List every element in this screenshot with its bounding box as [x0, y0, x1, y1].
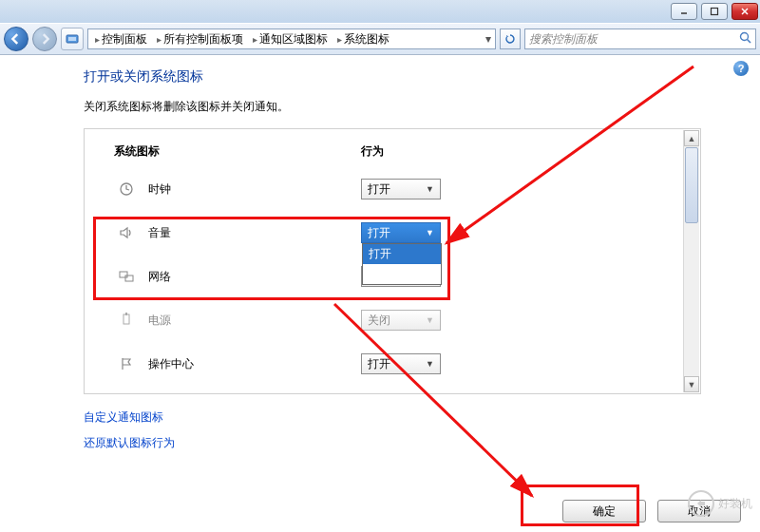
volume-icon — [118, 224, 135, 241]
scroll-down-button[interactable]: ▼ — [684, 376, 699, 392]
content-area: ? 打开或关闭系统图标 关闭系统图标将删除该图标并关闭通知。 系统图标 行为 时… — [0, 55, 760, 532]
network-icon — [118, 268, 135, 285]
dialog-footer: 确定 取消 — [562, 500, 741, 522]
breadcrumb-item[interactable]: ▸系统图标 — [334, 31, 392, 48]
close-button[interactable] — [732, 3, 758, 20]
navigation-bar: ▸控制面板 ▸所有控制面板项 ▸通知区域图标 ▸系统图标 ▾ 搜索控制面板 — [0, 23, 760, 55]
breadcrumb-label: 通知区域图标 — [259, 31, 328, 48]
chevron-down-icon: ▼ — [426, 359, 434, 369]
breadcrumb-label: 系统图标 — [344, 31, 390, 48]
svg-rect-5 — [68, 37, 76, 41]
scroll-up-button[interactable]: ▲ — [684, 130, 699, 146]
dropdown-option-close[interactable]: 关闭 — [363, 264, 441, 284]
refresh-button[interactable] — [500, 28, 521, 49]
clock-icon — [118, 180, 135, 198]
dropdown-option-open[interactable]: 打开 — [363, 244, 441, 264]
page-title: 打开或关闭系统图标 — [84, 68, 701, 86]
table-row: 电源 关闭▼ — [114, 298, 683, 342]
scrollbar[interactable]: ▲ ▼ — [683, 130, 699, 392]
power-icon — [118, 312, 135, 329]
svg-point-6 — [741, 33, 749, 41]
page-description: 关闭系统图标将删除该图标并关闭通知。 — [84, 99, 701, 115]
flag-icon — [118, 355, 135, 372]
row-label: 时钟 — [148, 181, 171, 198]
chevron-down-icon: ▼ — [426, 184, 434, 194]
behavior-combo-clock[interactable]: 打开▼ — [361, 179, 441, 200]
links-area: 自定义通知图标 还原默认图标行为 — [84, 409, 701, 451]
chevron-down-icon: ▼ — [426, 315, 434, 325]
search-input[interactable]: 搜索控制面板 — [524, 28, 756, 49]
breadcrumb-item[interactable]: ▸控制面板 — [92, 31, 150, 48]
minimize-button[interactable] — [671, 3, 697, 20]
breadcrumb-label: 控制面板 — [102, 31, 147, 48]
svg-rect-11 — [124, 314, 129, 324]
back-button[interactable] — [4, 27, 28, 51]
breadcrumb-item[interactable]: ▸通知区域图标 — [250, 31, 331, 48]
col-behavior: 行为 — [361, 143, 384, 160]
svg-rect-10 — [125, 276, 133, 281]
table-row: 操作中心 打开▼ — [114, 342, 683, 386]
icons-panel: 系统图标 行为 时钟 打开▼ 音量 打开▼ — [84, 128, 701, 394]
svg-rect-1 — [712, 9, 718, 15]
table-header: 系统图标 行为 — [114, 143, 683, 167]
scroll-thumb[interactable] — [685, 147, 698, 223]
window-titlebar — [0, 0, 760, 23]
behavior-combo-action-center[interactable]: 打开▼ — [361, 353, 441, 374]
cancel-button[interactable]: 取消 — [657, 500, 741, 522]
table-row: 音量 打开▼ 打开 关闭 — [114, 211, 683, 255]
search-icon — [739, 31, 751, 47]
maximize-button[interactable] — [701, 3, 728, 20]
chevron-down-icon: ▼ — [426, 228, 434, 238]
behavior-combo-power: 关闭▼ — [361, 310, 441, 331]
search-placeholder: 搜索控制面板 — [529, 31, 598, 48]
svg-line-7 — [748, 40, 751, 44]
help-icon[interactable]: ? — [733, 61, 749, 76]
breadcrumb-item[interactable]: ▸所有控制面板项 — [154, 31, 246, 48]
svg-rect-12 — [125, 313, 127, 315]
row-label: 操作中心 — [148, 356, 194, 372]
chevron-down-icon[interactable]: ▾ — [485, 32, 491, 46]
row-label: 音量 — [148, 225, 171, 241]
svg-rect-9 — [120, 272, 127, 277]
row-label: 电源 — [148, 313, 171, 329]
forward-button[interactable] — [32, 27, 57, 51]
col-system-icon: 系统图标 — [114, 143, 361, 160]
ok-button[interactable]: 确定 — [562, 500, 646, 522]
breadcrumb-bar[interactable]: ▸控制面板 ▸所有控制面板项 ▸通知区域图标 ▸系统图标 ▾ — [87, 28, 496, 49]
behavior-dropdown: 打开 关闭 — [362, 243, 442, 285]
table-row: 时钟 打开▼ — [114, 167, 683, 211]
restore-defaults-link[interactable]: 还原默认图标行为 — [84, 435, 701, 451]
customize-notification-link[interactable]: 自定义通知图标 — [84, 409, 701, 426]
behavior-combo-volume[interactable]: 打开▼ 打开 关闭 — [361, 222, 441, 243]
breadcrumb-label: 所有控制面板项 — [163, 31, 243, 48]
control-panel-icon[interactable] — [61, 28, 84, 50]
row-label: 网络 — [148, 269, 171, 285]
